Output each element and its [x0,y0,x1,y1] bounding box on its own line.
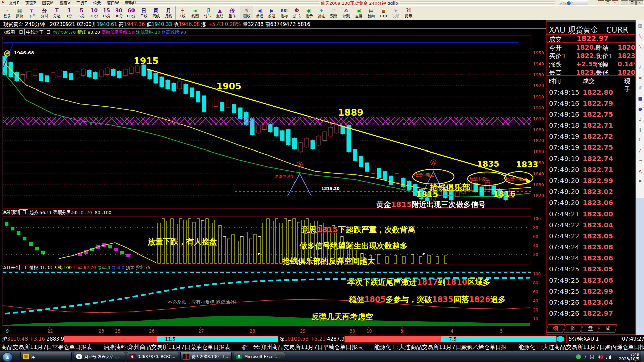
taskbar-button-2[interactable]: ♞33687870: BCRC... [127,352,178,361]
toolbar-button-重传[interactable]: 传重传 [226,6,238,20]
toolbar-button-指示[interactable]: ◉指示 [303,6,315,20]
band-top-indicator-panel[interactable] [0,216,546,265]
news-ticker[interactable]: 商品交易所11月7日苹果仓单日报表 油脂油料:郑州商品交易所11月7日菜油仓单日… [0,343,644,351]
child-restore-button[interactable]: ❐ [605,0,611,5]
toolbar-button-5分[interactable]: 55分 [75,6,88,20]
eraser-icon[interactable]: ▱ [636,156,644,166]
network-signal-icon[interactable] [606,355,612,359]
taskbar-button-3[interactable]: ║倚天2008.130 - [... [180,352,232,361]
toolbar-label: 说明 [392,14,400,18]
toolbar-button-画线[interactable]: ✎画线 [240,6,253,20]
ellipse-tool-icon[interactable]: ● [636,104,644,114]
child-minimize-button[interactable]: — [598,0,604,5]
toolbar-button-分时[interactable]: 分分时 [38,6,51,20]
menu-item-4[interactable]: 工具T [73,0,90,5]
toolbar-button-日线[interactable]: 日日线 [138,6,150,20]
toolbar-button-10分[interactable]: 1010分 [88,6,100,20]
toolbar-button-60分[interactable]: 6060分 [125,6,138,20]
moon-icon[interactable]: ☾ [636,135,644,145]
toolbar-button-新闻[interactable]: ▤新闻 [365,6,377,20]
toolbar-button-1分[interactable]: 11分 [63,6,75,20]
rect-tool-icon[interactable]: ■ [636,93,644,104]
ime-collapse-icon[interactable]: ▾ [572,2,573,4]
toolbar-button-提示[interactable]: ?!提示 [402,6,415,20]
menu-item-0[interactable]: 文件F [6,0,22,5]
menu-item-3[interactable]: 查看V [57,0,73,5]
menu-item-5[interactable]: 倚天 [90,0,104,5]
toolbar-button-全屏[interactable]: ▣全屏 [353,6,365,20]
close-button[interactable]: ✕ [636,0,643,5]
toolbar-button-周线[interactable]: 周周线 [150,6,162,20]
toolbar-button-前进[interactable]: ▶前进 [266,6,278,20]
tab-图[interactable]: 图 [564,324,582,333]
taskbar-button-0[interactable]: ▣库 [20,352,72,361]
pen-tray-icon[interactable]: ∕ [584,354,586,360]
start-button[interactable]: ⊞ [3,352,12,362]
dotline-icon[interactable]: ╱ [636,145,644,156]
minimize-button[interactable]: — [621,0,628,5]
indicator-axis-label: 80 [533,225,538,230]
x-axis-label: 30 [350,328,355,334]
band-top-indicator-header[interactable]: 波段顶部 日趋势:56.11 强弱分界:50 :0 :20 :80 :100 [0,209,546,216]
toolbar-button-下单[interactable]: 〒下单 [26,6,38,20]
show-desktop-button[interactable] [641,351,644,362]
toolbar-button-说明[interactable]: ➤说明 [390,6,402,20]
bars-tool-icon[interactable]: ∥ [636,124,644,135]
menu-item-6[interactable]: 窗口W [104,0,122,5]
toolbar-button-筛选[interactable]: ⌖筛选 [315,6,328,20]
ime-sogou-icon[interactable]: S [563,1,566,5]
toolbar-button-线图[interactable]: ≈线图 [189,6,201,20]
time-sales-list[interactable]: 07:49:151822.8007:49:161822.7907:49:1618… [546,88,635,320]
hlines-icon[interactable]: ≡ [636,72,644,83]
tab-盘[interactable]: 盘 [581,324,600,333]
toolbar-button-登录[interactable]: ⌁登录 [1,6,13,20]
status-clock: 07:49:27 [619,335,644,343]
toolbar-button-指标[interactable]: RSI指标 [278,6,290,20]
period-indicator[interactable]: 5分钟:XAU 1 [566,335,599,343]
header-segment: 散户:84.78 [53,29,77,35]
child-close-button[interactable]: ✕ [612,0,618,5]
toolbar-button-宝塔[interactable]: ▲宝塔 [214,6,226,20]
toolbar-button-公式[interactable]: Φ公式 [290,6,303,20]
flag-icon[interactable]: ⚑ [636,176,644,187]
menu-item-7[interactable]: 帮助H [122,0,139,5]
moon-gold-indicator-header[interactable]: 望月来金 日情报:31.33 天线:100 红军:62.70 绿军:0 导弹:0… [0,265,546,271]
menu-item-2[interactable]: 图表M [39,0,56,5]
toolbar-label: 前进 [268,14,276,18]
restore-button[interactable]: ❐ [629,0,636,5]
ruler-icon[interactable]: ▥ [636,20,644,31]
toolbar-button-评测[interactable]: ✍评测 [340,6,353,20]
toolbar-button-K线[interactable]: ╫K线 [176,6,189,20]
tab-成[interactable]: 成 [598,324,617,333]
toolbar-button-预警[interactable]: ⚐预警 [328,6,340,20]
indicator-axis-label: 20 [533,308,538,312]
trendline-icon[interactable]: ╲ [636,31,644,41]
taskbar-button-4[interactable]: XMicrosoft Excel(... [234,352,285,361]
text-tool-icon[interactable]: A [636,166,644,176]
toolbar-button-F10[interactable]: ≣F10 [377,6,390,20]
toolbar-button-30分[interactable]: 3030分 [113,6,125,20]
kline-panel-header[interactable]: K线图日中线之王 日散户:84.78 新庄:83.20 高抛低吸界线:50 逢低… [0,29,546,35]
toolbar-button-后退[interactable]: ◀后退 [253,6,266,20]
toolbar-button-15分[interactable]: 1515分 [100,6,113,20]
trendline2-icon[interactable]: ╲ [636,41,644,52]
volume-muted-icon[interactable] [598,355,603,359]
dish-tray-icon[interactable]: ☊ [590,354,594,360]
toolbar-button-分笔[interactable]: T分笔 [51,6,63,20]
menu-bar: ⚑ 文件F页面P图表M查看V工具T倚天窗口W帮助H 倚天2008.130现货黄金… [0,0,644,5]
ime-help-icon[interactable]: ? [567,1,571,5]
arc-icon[interactable]: ⌒ [636,52,644,62]
wechat-tray-icon[interactable]: ·· [576,354,581,359]
tab-细[interactable]: 细 [546,324,565,333]
header-segment: 32788 [248,21,264,27]
fanlines-icon[interactable]: ⫽ [636,62,644,72]
taskbar-clock[interactable]: 7:49 2023/10/5 [619,352,639,361]
rotate3-icon[interactable]: 3 [636,114,644,124]
toolbar-button-报价[interactable]: ▦报价 [13,6,26,20]
fanlines2-icon[interactable]: ⫻ [636,83,644,93]
taskbar-button-1[interactable]: e财经号-发表文章 ... [74,352,125,361]
toolbar-button-竹节[interactable]: 卩竹节 [201,6,214,20]
menu-item-1[interactable]: 页面P [22,0,39,5]
toolbar-button-月线[interactable]: 月月线 [162,6,175,20]
header-segment: 日 [19,265,28,270]
